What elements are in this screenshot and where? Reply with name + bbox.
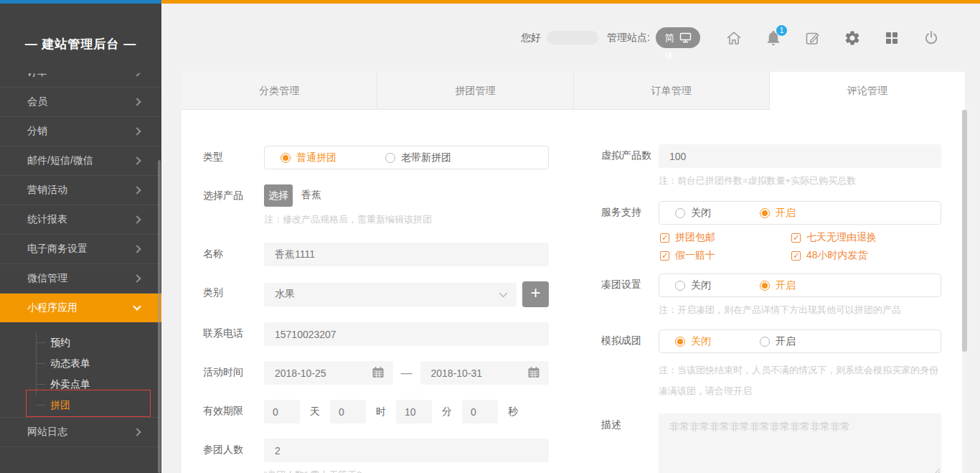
start-date-input[interactable]: 2018-10-25: [264, 361, 393, 385]
tab-category-management[interactable]: 分类管理: [182, 72, 377, 110]
sidebar-item-mail-sms-wechat[interactable]: 邮件/短信/微信: [0, 146, 161, 176]
radio-label: 关闭: [691, 279, 711, 292]
duration-days-input[interactable]: 0: [264, 400, 300, 423]
sidebar-item-miniprogram-apps[interactable]: 小程序应用: [0, 294, 161, 322]
settings-button[interactable]: [844, 29, 861, 47]
form-right-column: 虚拟产品数 100 注：前台已拼团件数=虚拟数量+实际已购买总数 服务支持 关闭: [601, 144, 941, 473]
phone-input[interactable]: 15710023207: [264, 322, 549, 346]
home-button[interactable]: [725, 29, 743, 47]
radio-simulate-on[interactable]: 开启: [760, 335, 796, 348]
name-input[interactable]: 香蕉1111: [264, 243, 549, 266]
field-label: 名称: [203, 243, 264, 261]
tab-groupbuy-management[interactable]: 拼团管理: [377, 72, 573, 110]
notification-badge: 1: [776, 25, 787, 36]
radio-service-on[interactable]: 开启: [760, 207, 796, 220]
field-label: 参团人数: [203, 439, 264, 456]
description-textarea[interactable]: 非常非常非常非常非常非常非常非常非常: [659, 413, 941, 473]
sidebar-subitem-label: 拼团: [50, 399, 70, 411]
service-checkbox-grid: 拼团包邮 七天无理由退换 假一赔十 48小时内发货: [659, 231, 941, 262]
checkbox-48h-shipping[interactable]: 48小时内发货: [791, 249, 941, 262]
unit-days: 天: [310, 406, 320, 418]
sidebar-subitem-group-buy[interactable]: 拼团: [0, 395, 161, 416]
virtual-count-note: 注：前台已拼团件数=虚拟数量+实际已购买总数: [659, 174, 941, 187]
sidebar-item-label: 小程序应用: [27, 301, 77, 314]
edit-button[interactable]: [804, 29, 821, 47]
sidebar-subitem-booking[interactable]: 预约: [0, 332, 161, 353]
field-label: 虚拟产品数: [601, 144, 659, 162]
tab-review-management[interactable]: 评论管理: [770, 72, 965, 110]
language-switcher[interactable]: 简 体: [656, 27, 700, 48]
checkbox-checked-icon: [660, 251, 669, 261]
language-pill[interactable]: 简: [656, 27, 700, 48]
chevron-down-icon: [133, 302, 141, 310]
content-scrollbar[interactable]: [962, 110, 967, 473]
duration-seconds-input[interactable]: 0: [462, 400, 498, 423]
field-label: 服务支持: [601, 201, 659, 219]
sidebar-item-label: 订单: [27, 73, 47, 79]
field-label: 模拟成团: [601, 329, 659, 347]
gather-note: 注：开启凑团，则在产品详情下方出现其他可以拼团的产品: [659, 304, 941, 317]
checkbox-free-shipping[interactable]: 拼团包邮: [660, 231, 791, 244]
category-select[interactable]: 水果: [264, 283, 517, 306]
logout-button[interactable]: [923, 29, 940, 47]
radio-icon-selected: [675, 337, 685, 347]
sidebar-item-label: 微信管理: [27, 272, 67, 285]
radio-oldnew-groupbuy[interactable]: 老带新拼团: [385, 151, 451, 164]
end-date-input[interactable]: 2018-10-31: [420, 361, 550, 385]
sidebar-item-label: 统计报表: [27, 213, 67, 226]
sidebar-item-reports[interactable]: 统计报表: [0, 205, 161, 235]
radio-icon-selected: [760, 281, 770, 291]
sidebar-item-orders-partial[interactable]: 订单: [0, 73, 161, 87]
checkbox-fake-one-pay-ten[interactable]: 假一赔十: [660, 249, 791, 262]
simulate-note: 注：当该团快结束时，人员不满的情况下，则系统会模拟买家的身份凑满该团，请合理开启: [659, 360, 941, 401]
virtual-count-input[interactable]: 100: [659, 144, 941, 168]
duration-minutes-input[interactable]: 10: [396, 400, 432, 423]
sidebar-item-ecommerce-settings[interactable]: 电子商务设置: [0, 235, 161, 264]
radio-simulate-off[interactable]: 关闭: [675, 335, 711, 348]
sidebar-title: — 建站管理后台 —: [0, 4, 161, 73]
chevron-right-icon: [133, 98, 141, 106]
radio-normal-groupbuy[interactable]: 普通拼团: [281, 151, 336, 164]
sidebar-item-label: 分销: [27, 125, 47, 138]
apps-button[interactable]: [883, 29, 900, 47]
sidebar-item-wechat-management[interactable]: 微信管理: [0, 264, 161, 294]
calendar-icon: [372, 366, 385, 379]
end-date-value: 2018-10-31: [431, 367, 483, 379]
people-count-input[interactable]: 2: [264, 439, 549, 462]
radio-gather-off[interactable]: 关闭: [675, 279, 711, 292]
field-service-support: 服务支持 关闭 开启: [601, 201, 941, 262]
radio-label: 老带新拼团: [401, 151, 451, 164]
radio-service-off[interactable]: 关闭: [675, 207, 711, 220]
sidebar-item-site-log[interactable]: 网站日志: [0, 418, 161, 447]
add-category-button[interactable]: +: [522, 281, 549, 307]
sidebar-subitem-label: 动态表单: [50, 357, 90, 369]
field-label: 有效期限: [203, 400, 264, 418]
field-name: 名称 香蕉1111: [203, 243, 549, 266]
field-virtual-count: 虚拟产品数 100 注：前台已拼团件数=虚拟数量+实际已购买总数: [601, 144, 941, 187]
unit-seconds: 秒: [508, 406, 518, 418]
field-product: 选择产品 选择 香蕉 注：修改产品规格后，需重新编辑该拼团: [203, 184, 549, 226]
sidebar-item-members[interactable]: 会员: [0, 88, 161, 117]
calendar-icon: [527, 366, 540, 379]
tab-bar: 分类管理 拼团管理 订单管理 评论管理: [182, 72, 965, 110]
sidebar-scrollbar[interactable]: [158, 160, 161, 473]
radio-gather-on[interactable]: 开启: [760, 279, 796, 292]
chevron-down-icon: [499, 292, 508, 298]
radio-label: 开启: [776, 335, 796, 348]
sidebar-item-marketing[interactable]: 营销活动: [0, 176, 161, 205]
checkbox-seven-day-return[interactable]: 七天无理由退换: [791, 231, 941, 244]
choose-product-button[interactable]: 选择: [264, 184, 293, 207]
scrollbar-thumb[interactable]: [962, 110, 967, 352]
tab-order-management[interactable]: 订单管理: [574, 72, 770, 110]
username-redacted: [547, 31, 598, 45]
chevron-right-icon: [133, 186, 141, 194]
monitor-icon: [679, 32, 692, 43]
topbar: 您好 管理站点: 简 体 1: [161, 4, 980, 72]
chevron-right-icon: [133, 156, 141, 164]
edit-icon: [804, 29, 821, 47]
field-description: 描述 非常非常非常非常非常非常非常非常非常: [601, 413, 941, 473]
duration-hours-input[interactable]: 0: [330, 400, 366, 423]
notifications-button[interactable]: 1: [765, 29, 782, 47]
sidebar-subitem-dynamic-form[interactable]: 动态表单: [0, 353, 161, 374]
sidebar-item-distribution[interactable]: 分销: [0, 117, 161, 146]
